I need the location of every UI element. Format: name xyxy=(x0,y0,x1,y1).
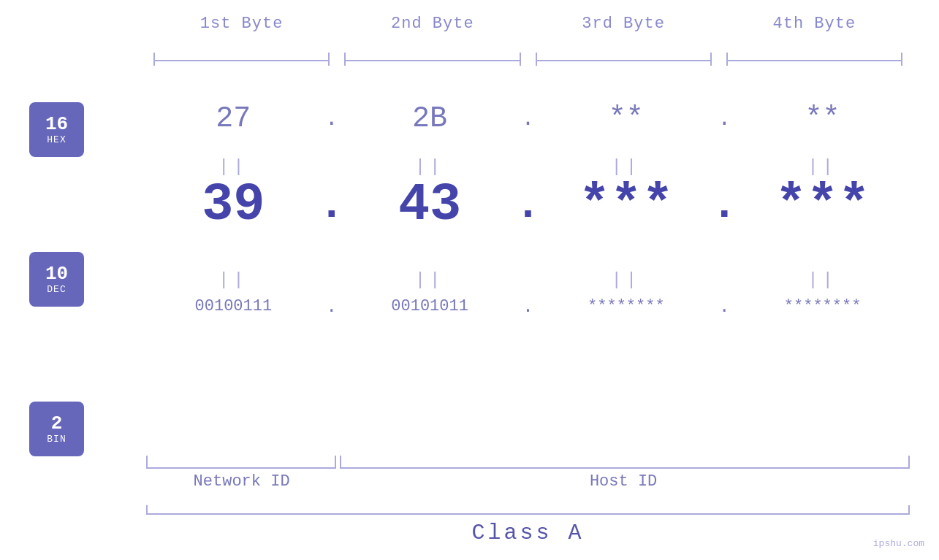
dec-row: 39 . 43 . *** . *** xyxy=(146,175,910,235)
byte-header-3: 3rd Byte xyxy=(528,15,719,33)
bracket-1 xyxy=(153,53,330,67)
class-area: Class A xyxy=(146,504,910,545)
bin-b4: ******** xyxy=(735,297,910,315)
byte-headers: 1st Byte 2nd Byte 3rd Byte 4th Byte xyxy=(146,15,910,33)
bin-dot-2: . xyxy=(517,296,539,316)
dec-b4: *** xyxy=(735,175,910,235)
dec-badge-num: 10 xyxy=(45,264,68,285)
byte-header-1: 1st Byte xyxy=(146,15,337,33)
id-labels: Network ID Host ID xyxy=(146,472,910,491)
eq-row-2: || || || || xyxy=(146,270,910,290)
bin-badge-num: 2 xyxy=(51,413,63,434)
hex-dot-3: . xyxy=(713,107,735,131)
bin-b1: 00100111 xyxy=(146,297,321,315)
hex-dot-1: . xyxy=(321,107,343,131)
network-bracket xyxy=(146,454,336,469)
dec-b2: 43 xyxy=(343,175,517,235)
bin-badge: 2 BIN xyxy=(29,402,84,456)
bin-b3: ******** xyxy=(539,297,714,315)
bin-b2: 00101011 xyxy=(343,297,517,315)
dec-badge-label: DEC xyxy=(47,284,66,295)
bin-dot-1: . xyxy=(321,296,343,316)
hex-b2: 2B xyxy=(343,102,517,135)
dec-badge: 10 DEC xyxy=(29,252,84,307)
dec-dot-2: . xyxy=(517,180,539,230)
bracket-4 xyxy=(726,53,902,67)
hex-b3: ** xyxy=(539,102,714,135)
hex-b1: 27 xyxy=(146,102,321,135)
bin-badge-label: BIN xyxy=(47,434,66,445)
hex-badge-num: 16 xyxy=(45,114,68,135)
top-brackets xyxy=(146,53,910,67)
bottom-bracket-area: Network ID Host ID xyxy=(146,454,910,491)
bracket-2 xyxy=(344,53,520,67)
watermark: ipshu.com xyxy=(873,538,924,549)
dec-b1: 39 xyxy=(146,175,321,235)
hex-row: 27 . 2B . ** . ** xyxy=(146,102,910,135)
dec-b3: *** xyxy=(539,175,714,235)
hex-badge-label: HEX xyxy=(47,134,66,145)
dec-dot-3: . xyxy=(713,180,735,230)
main-container: 1st Byte 2nd Byte 3rd Byte 4th Byte 16 H… xyxy=(0,0,939,560)
byte-header-2: 2nd Byte xyxy=(337,15,528,33)
dec-dot-1: . xyxy=(321,180,343,230)
bracket-3 xyxy=(536,53,712,67)
byte-header-4: 4th Byte xyxy=(719,15,910,33)
hex-b4: ** xyxy=(735,102,910,135)
bottom-brackets xyxy=(146,454,910,469)
bin-row: 00100111 . 00101011 . ******** . *******… xyxy=(146,296,910,316)
bin-dot-3: . xyxy=(713,296,735,316)
host-bracket xyxy=(340,454,910,469)
class-label: Class A xyxy=(146,521,910,545)
eq-row-1: || || || || xyxy=(146,157,910,177)
base-badges: 16 HEX 10 DEC 2 BIN xyxy=(29,102,84,456)
network-id-label: Network ID xyxy=(146,472,337,491)
main-grid: 27 . 2B . ** . ** || || xyxy=(146,73,910,487)
class-bracket xyxy=(146,504,910,515)
hex-badge: 16 HEX xyxy=(29,102,84,157)
hex-dot-2: . xyxy=(517,107,539,131)
host-id-label: Host ID xyxy=(337,472,910,491)
